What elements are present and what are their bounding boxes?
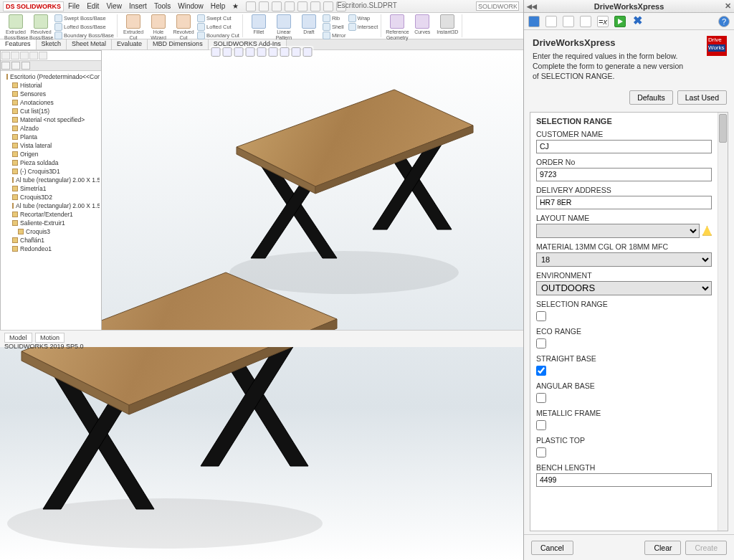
vt-hide-icon[interactable] [257,47,267,57]
status-tab-motion[interactable]: Motion [35,333,65,343]
delivery-input[interactable] [536,196,712,209]
lofted-cut-button[interactable]: Lofted Cut [197,23,239,31]
collapse-icon[interactable]: ◀◀ [527,3,537,10]
qt-save-icon[interactable] [272,1,282,11]
extruded-boss-button[interactable]: Extruded Boss/Base [4,14,27,40]
menu-help[interactable]: Help [211,2,226,10]
tree-item[interactable]: Chaflán1 [2,236,100,245]
tree-item[interactable]: Al tube (rectangular) 2.00 X 1.50 REC... [2,201,100,210]
tree-ico-3[interactable] [20,52,29,60]
angular-base-check[interactable] [536,393,546,403]
vt-appearance-icon[interactable] [269,47,278,57]
vt-section-icon[interactable] [234,47,244,57]
qt-open-icon[interactable] [259,1,269,11]
extruded-cut-button[interactable]: Extruded Cut [122,14,145,40]
environment-select[interactable]: OUTDOORS [536,281,712,295]
dwx-variable-icon[interactable]: =x [597,16,609,27]
tree-item[interactable]: Saliente-Extruir1 [2,219,100,227]
metallic-frame-check[interactable] [536,420,546,430]
tree-item[interactable]: Vista lateral [2,141,100,150]
tree-ico-1[interactable] [1,52,10,60]
curves-button[interactable]: Curves [411,14,434,35]
tree-ico-5[interactable] [39,52,47,60]
menu-view[interactable]: View [106,2,122,10]
linear-pattern-button[interactable]: Linear Pattern [272,14,295,40]
dwx-form-icon[interactable] [563,16,574,27]
create-button[interactable]: Create [685,541,727,555]
tree-item[interactable]: Cut list(15) [2,107,100,115]
boundary-boss-button[interactable]: Boundary Boss/Base [54,32,114,39]
ref-geometry-button[interactable]: Reference Geometry [386,14,409,40]
tree-item[interactable]: Material <not specified> [2,115,100,124]
tree-item[interactable]: Historial [2,81,100,90]
menu-insert[interactable]: Insert [129,2,147,10]
qt-print-icon[interactable] [285,1,295,11]
tree-tab-1[interactable] [1,62,10,70]
help-icon[interactable]: ? [718,16,730,27]
last-used-button[interactable]: Last Used [677,90,727,105]
dwx-db-icon[interactable] [545,16,557,27]
bench-length-input[interactable] [536,473,712,487]
selection-range-check[interactable] [536,311,546,321]
tree-item[interactable]: Recortar/Extender1 [2,210,100,219]
tab-evaluate[interactable]: Evaluate [112,39,148,49]
tree-item[interactable]: Sensores [2,90,100,98]
revolved-cut-button[interactable]: Revolved Cut [172,14,195,40]
layout-select[interactable] [536,224,700,238]
tree-item[interactable]: Anotaciones [2,98,100,107]
lofted-boss-button[interactable]: Lofted Boss/Base [54,23,114,31]
qt-undo-icon[interactable] [297,1,308,11]
info-icon[interactable] [528,16,540,27]
run-button[interactable] [614,16,626,27]
plastic-top-check[interactable] [536,447,546,457]
clear-button[interactable]: Clear [644,541,681,555]
tree-ico-2[interactable] [11,52,19,60]
tree-item[interactable]: Planta [2,133,100,141]
shell-button[interactable]: Shell [323,23,346,31]
vt-view-icon[interactable] [292,47,301,57]
tab-sheetmetal[interactable]: Sheet Metal [67,39,112,49]
dwx-rule-icon[interactable] [580,16,591,27]
qt-options-icon[interactable] [323,1,333,11]
material-select[interactable]: 18 [536,252,712,267]
menu-star-icon[interactable]: ★ [232,2,239,10]
vt-pan-icon[interactable] [223,47,232,57]
vt-scene-icon[interactable] [280,47,290,57]
tab-sketch[interactable]: Sketch [37,39,67,49]
tree-item[interactable]: Redondeo1 [2,245,100,253]
order-no-input[interactable] [536,168,712,181]
cancel-button[interactable]: Cancel [531,541,573,555]
feature-tree[interactable]: Escritorio (Predeterminado<<Como mec... … [0,50,102,337]
tree-root[interactable]: Escritorio (Predeterminado<<Como mec... [2,72,100,81]
qt-rebuild-icon[interactable] [310,1,320,11]
scroll-thumb[interactable] [719,114,727,143]
rib-button[interactable]: Rib [323,14,346,22]
swept-boss-button[interactable]: Swept Boss/Base [54,14,114,22]
mirror-button[interactable]: Mirror [323,32,346,39]
tree-item[interactable]: Simetría1 [2,184,100,193]
customer-name-input[interactable] [536,140,712,153]
defaults-button[interactable]: Defaults [629,90,673,105]
vt-display-icon[interactable] [246,47,255,57]
search-input[interactable] [476,1,519,11]
tree-ico-4[interactable] [29,52,38,60]
vt-more-icon[interactable] [303,47,313,57]
tree-item[interactable]: Croquis3 [2,227,100,236]
boundary-cut-button[interactable]: Boundary Cut [197,32,239,39]
menu-file[interactable]: File [68,2,80,10]
vt-zoom-icon[interactable] [211,47,221,57]
tree-item[interactable]: Croquis3D2 [2,193,100,201]
tab-mbd[interactable]: MBD Dimensions [148,39,209,49]
draft-button[interactable]: Draft [297,14,320,35]
intersect-button[interactable]: Intersect [348,23,378,31]
tree-item[interactable]: Origen [2,150,100,158]
instant3d-button[interactable]: Instant3D [436,14,459,35]
tree-item[interactable]: Pieza soldada [2,158,100,167]
tree-item[interactable]: (-) Croquis3D1 [2,167,100,176]
tree-tab-2[interactable] [11,62,20,70]
qt-new-icon[interactable] [246,1,256,11]
revolved-boss-button[interactable]: Revolved Boss/Base [29,14,52,40]
straight-base-check[interactable] [536,366,546,376]
form-scrollbar[interactable] [718,113,728,531]
menu-tools[interactable]: Tools [154,2,171,10]
